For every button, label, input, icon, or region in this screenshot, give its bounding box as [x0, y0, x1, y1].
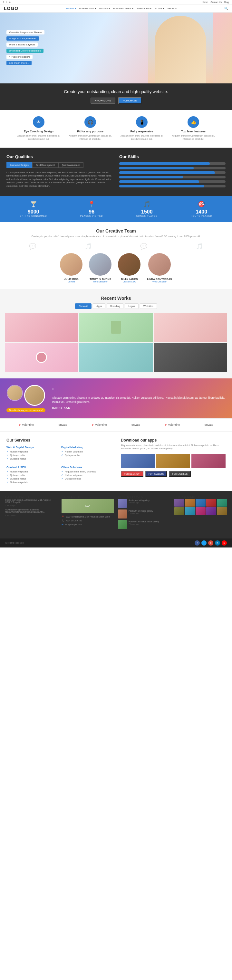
contact-link[interactable]: Contact Us — [210, 1, 222, 3]
service-item-4-1: ✓Aliquam enim enim, pharetra — [61, 470, 111, 473]
linkedin-footer-icon[interactable]: in — [215, 540, 220, 546]
nav-services[interactable]: SERVICES ▾ — [137, 7, 152, 10]
service-item-3-3: ✓Quisque metus — [6, 477, 56, 480]
nav-shop[interactable]: SHOP ▾ — [167, 7, 176, 10]
post-title-1: Audio post with gallery — [129, 499, 149, 502]
feature-top-level: 👍 Top level features Aliquam enim enim, … — [171, 116, 216, 141]
nav-home[interactable]: HOME ▾ — [67, 7, 76, 10]
feature-desc-3: Aliquam enim enim, pharetra in sodales a… — [119, 134, 164, 141]
feature-desc-2: Aliquam enim enim, pharetra in sodales a… — [68, 134, 113, 141]
filter-apps[interactable]: Apps — [93, 303, 105, 309]
flickr-img-1[interactable] — [174, 499, 184, 507]
nav-pages[interactable]: PAGES ▾ — [99, 7, 110, 10]
logos-section: ♥ Valentine envato ♥ Valentine envato ♥ … — [0, 418, 232, 431]
flickr-img-10[interactable] — [217, 507, 227, 515]
team-title: Our Creative Team — [5, 228, 227, 234]
flickr-img-4[interactable] — [206, 499, 216, 507]
drinks-icon: 🍸 — [20, 200, 47, 208]
work-item-3[interactable] — [154, 313, 227, 342]
blog-link[interactable]: Blog — [224, 1, 229, 3]
feature-title-3: Fully responsive — [119, 130, 164, 133]
main-nav: LOGO HOME ▾ PORTFOLIO ▾ PAGES ▾ POSSIBIL… — [0, 5, 232, 13]
testimonial-badge: Our clients say you are awesome! — [6, 408, 45, 412]
hero-badge-6: and much more... — [6, 61, 32, 65]
filter-websites[interactable]: Websites — [140, 303, 157, 309]
flickr-img-5[interactable] — [217, 499, 227, 507]
stat-drinks: 🍸 9000 DRINKS CONSUMED — [20, 200, 47, 217]
linkedin-icon[interactable]: in — [8, 1, 10, 3]
facebook-icon[interactable]: f — [3, 1, 4, 3]
nav-possibilities[interactable]: POSSIBILITIES ▾ — [113, 7, 133, 10]
flickr-img-6[interactable] — [174, 507, 184, 515]
avatar-julie — [60, 253, 83, 276]
stat-places-number: 96 — [80, 209, 103, 215]
tab-quality-assurance[interactable]: Quality Assurance — [58, 162, 83, 168]
skill-bar-1 — [119, 162, 226, 165]
footer-latest-tweet: LATEST TWEET Check out 'Legend - A Respo… — [5, 495, 58, 531]
home-link[interactable]: Home — [202, 1, 208, 3]
footer-post-2: Post with an image gallery 7 hours ago — [118, 509, 170, 519]
twitter-footer-icon[interactable]: t — [202, 540, 207, 546]
tablets-button[interactable]: FOR TABLETS — [145, 471, 167, 477]
qualities-tabs: Awesome Designs Solid Development Qualit… — [6, 162, 113, 168]
facebook-footer-icon[interactable]: f — [195, 540, 200, 546]
responsive-icon: 📱 — [136, 116, 148, 128]
search-icon[interactable]: 🔍 — [224, 7, 228, 10]
know-more-button[interactable]: KNOW MORE — [91, 97, 115, 104]
avatar-linda — [148, 253, 171, 276]
skill-bar-3 — [119, 171, 226, 174]
tab-solid-development[interactable]: Solid Development — [32, 162, 58, 168]
footer-tweet-2-time: 7 hours ago — [5, 514, 58, 516]
stat-hours-number: 1400 — [191, 209, 212, 215]
footer-post-3: Post with an image inside gallery 7 hour… — [118, 520, 170, 529]
flickr-img-8[interactable] — [195, 507, 206, 515]
work-item-4[interactable] — [5, 343, 78, 372]
work-item-1[interactable] — [5, 313, 78, 342]
top-bar: f t in Home Contact Us Blog — [0, 0, 232, 5]
footer-posts-title: RECENT POSTS — [118, 495, 170, 499]
twitter-icon[interactable]: t — [6, 1, 6, 3]
phone-icon: 📞 — [62, 519, 64, 522]
heart-icon-2: ♥ — [92, 423, 94, 427]
services-title: Our Services — [6, 438, 111, 442]
work-item-5[interactable] — [79, 343, 153, 372]
mobiles-button[interactable]: FOR MOBILES — [169, 471, 191, 477]
apps-desc: Aliquam enim enim, pharetra in sodales a… — [121, 444, 226, 450]
places-icon: 📍 — [80, 200, 103, 208]
tab-awesome-designs[interactable]: Awesome Designs — [6, 162, 32, 168]
hero-person-image — [155, 16, 206, 83]
footer-tweet-1: Check out 'Legend - A Responsive Multi-P… — [5, 499, 58, 503]
work-item-2[interactable] — [79, 313, 153, 342]
flickr-img-7[interactable] — [185, 507, 195, 515]
filter-branding[interactable]: Branding — [106, 303, 123, 309]
contact-phone-row: 📞 +234-56-789-780 — [62, 519, 114, 522]
service-cat-2: Digital Marketing — [61, 446, 111, 449]
service-item-3-4: ✓Nullam vulputate — [6, 481, 56, 484]
googleplus-footer-icon[interactable]: g — [208, 540, 213, 546]
youtube-footer-icon[interactable]: ▶ — [222, 540, 227, 546]
logo-name-5: Valentine — [168, 423, 180, 426]
work-img-3 — [154, 313, 227, 342]
services-grid: Web & Digital Design ✓Nullam vulputate ✓… — [6, 446, 111, 484]
purchase-button[interactable]: PURCHASE — [118, 97, 141, 104]
stat-drinks-number: 9000 — [20, 209, 47, 215]
logo-name-2: envato — [58, 423, 67, 426]
testimonial-content: " Aliquam enim enim, pharetra in sodales… — [52, 387, 226, 410]
filter-all[interactable]: Show All — [75, 303, 92, 309]
work-item-6[interactable] — [154, 343, 227, 372]
post-title-3: Post with an image inside gallery — [129, 520, 159, 523]
desktop-button[interactable]: FOR DESKTOP — [121, 471, 143, 477]
nav-portfolio[interactable]: PORTFOLIO ▾ — [79, 7, 96, 10]
nav-blog[interactable]: BLOG ▾ — [155, 7, 164, 10]
work-img-1 — [5, 313, 78, 342]
service-item-1-2: ✓Quisque nulla — [6, 454, 56, 457]
service-item-4-2: ✓Nullam vulputate — [61, 474, 111, 477]
features-section: 👁 Eye Coaching Design Aliquam enim enim,… — [0, 110, 232, 147]
filter-logos[interactable]: Logos — [125, 303, 138, 309]
service-item-4-3: ✓Quisque metus — [61, 477, 111, 480]
service-cat-4: Office Solutions — [61, 466, 111, 469]
flickr-img-2[interactable] — [185, 499, 195, 507]
skills-panel: Our Skills — [119, 154, 226, 189]
flickr-img-3[interactable] — [195, 499, 206, 507]
flickr-img-9[interactable] — [206, 507, 216, 515]
